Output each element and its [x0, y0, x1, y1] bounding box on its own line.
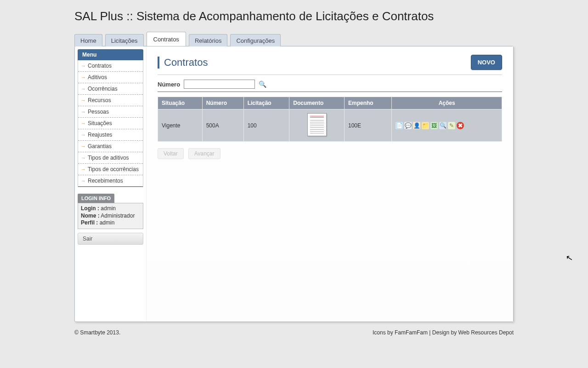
sidebar-item-tiposdeocorrencias[interactable]: →Tipos de ocorrências — [78, 164, 143, 175]
login-label: Login : — [81, 205, 99, 212]
arrow-icon: → — [81, 63, 86, 69]
sidebar-item-ocorrencias[interactable]: →Ocorrências — [78, 83, 143, 95]
edit-icon[interactable]: ✎ — [448, 122, 455, 129]
table-row: Vigente500A100100E📄💬👤📁🖼🔍✎✖ — [158, 109, 502, 142]
main-panel: Contratos NOVO Número 🔍 SituaçãoNúmeroLi… — [146, 46, 513, 322]
sidebar-item-situacoes[interactable]: →Situações — [78, 118, 143, 129]
logout-button[interactable]: Sair — [78, 233, 143, 245]
cell: 100E — [345, 109, 392, 142]
image-icon[interactable]: 🖼 — [430, 122, 438, 129]
nome-value: Administrador — [101, 213, 135, 219]
arrow-icon: → — [81, 109, 86, 115]
tab-home[interactable]: Home — [74, 34, 102, 46]
sidebar-item-label: Aditivos — [88, 74, 107, 80]
search-icon[interactable]: 🔍 — [259, 80, 266, 88]
new-button[interactable]: NOVO — [471, 55, 502, 70]
comment-icon[interactable]: 💬 — [404, 122, 412, 129]
search-divider — [158, 92, 502, 92]
pager-prev-button[interactable]: Voltar — [158, 148, 184, 159]
arrow-icon: → — [81, 167, 86, 172]
footer-right: Icons by FamFamFam | Design by Web Resou… — [373, 329, 514, 336]
sidebar: Menu →Contratos→Aditivos→Ocorrências→Rec… — [75, 46, 146, 322]
sidebar-menu-header: Menu — [78, 49, 143, 60]
col-licitacao: Licitação — [243, 97, 289, 109]
col-numero: Número — [202, 97, 243, 109]
delete-icon[interactable]: ✖ — [457, 122, 464, 129]
sidebar-item-label: Reajustes — [88, 132, 112, 138]
pager: Voltar Avançar — [158, 148, 502, 159]
col-documento: Documento — [289, 97, 345, 109]
sidebar-item-label: Recursos — [88, 97, 111, 104]
login-value: admin — [101, 205, 116, 212]
perfil-value: admin — [100, 219, 115, 226]
sidebar-item-recursos[interactable]: →Recursos — [78, 95, 143, 106]
footer-left: © Smartbyte 2013. — [74, 329, 120, 336]
arrow-icon: → — [81, 132, 86, 138]
sidebar-item-label: Garantias — [88, 143, 112, 150]
document-icon[interactable]: 📄 — [396, 122, 403, 129]
cell: 100 — [243, 109, 289, 142]
app-title: SAL Plus :: Sistema de Acompanhamento de… — [74, 9, 588, 23]
action-icons: 📄💬👤📁🖼🔍✎✖ — [396, 122, 498, 129]
sidebar-item-pessoas[interactable]: →Pessoas — [78, 106, 143, 118]
contracts-table: SituaçãoNúmeroLicitaçãoDocumentoEmpenhoA… — [158, 97, 502, 142]
user-icon[interactable]: 👤 — [413, 122, 420, 129]
search-label: Número — [158, 81, 180, 88]
sidebar-item-label: Ocorrências — [88, 86, 118, 92]
arrow-icon: → — [81, 121, 86, 126]
cell-documento — [289, 109, 345, 142]
tab-configuracoes[interactable]: Configurações — [230, 34, 281, 46]
tab-licitacoes[interactable]: Licitações — [105, 34, 144, 46]
sidebar-item-recebimentos[interactable]: →Recebimentos — [78, 175, 143, 187]
arrow-icon: → — [81, 144, 86, 149]
sidebar-item-reajustes[interactable]: →Reajustes — [78, 129, 143, 141]
arrow-icon: → — [81, 86, 86, 92]
col-empenho: Empenho — [345, 97, 392, 109]
search-input[interactable] — [184, 80, 255, 89]
login-info-body: Login : admin Nome : Administrador Perfi… — [78, 203, 143, 229]
tab-bar: HomeLicitaçõesContratosRelatóriosConfigu… — [74, 32, 588, 46]
perfil-label: Perfil : — [81, 219, 98, 226]
arrow-icon: → — [81, 155, 86, 161]
search-row: Número 🔍 — [158, 80, 502, 89]
col-situacao: Situação — [158, 97, 203, 109]
cell: 500A — [202, 109, 243, 142]
tab-contratos[interactable]: Contratos — [147, 32, 186, 46]
pager-next-button[interactable]: Avançar — [188, 148, 220, 159]
sidebar-item-label: Recebimentos — [88, 178, 123, 184]
sidebar-item-label: Situações — [88, 120, 112, 126]
arrow-icon: → — [81, 178, 86, 184]
page-title: Contratos — [158, 57, 208, 69]
folder-icon[interactable]: 📁 — [422, 122, 429, 129]
arrow-icon: → — [81, 75, 86, 80]
sidebar-item-garantias[interactable]: →Garantias — [78, 141, 143, 152]
sidebar-item-label: Tipos de ocorrências — [88, 166, 139, 172]
login-info-box: LOGIN INFO Login : admin Nome : Administ… — [78, 194, 143, 229]
col-acoes: Ações — [392, 97, 502, 109]
sidebar-item-label: Pessoas — [88, 109, 109, 115]
login-info-header: LOGIN INFO — [78, 194, 114, 203]
cell-acoes: 📄💬👤📁🖼🔍✎✖ — [392, 109, 502, 142]
footer: © Smartbyte 2013. Icons by FamFamFam | D… — [74, 327, 514, 336]
cell: Vigente — [158, 109, 203, 142]
arrow-icon: → — [81, 98, 86, 103]
sidebar-item-contratos[interactable]: →Contratos — [78, 60, 143, 72]
sidebar-item-label: Contratos — [88, 63, 112, 69]
document-thumbnail-icon[interactable] — [307, 113, 327, 136]
sidebar-item-label: Tipos de aditivos — [88, 155, 129, 161]
sidebar-item-aditivos[interactable]: →Aditivos — [78, 72, 143, 83]
search-icon[interactable]: 🔍 — [439, 122, 447, 129]
tab-relatorios[interactable]: Relatórios — [189, 34, 228, 46]
nome-label: Nome : — [81, 213, 100, 219]
sidebar-item-tiposdeaditivos[interactable]: →Tipos de aditivos — [78, 152, 143, 164]
sidebar-menu-list: →Contratos→Aditivos→Ocorrências→Recursos… — [78, 60, 143, 187]
